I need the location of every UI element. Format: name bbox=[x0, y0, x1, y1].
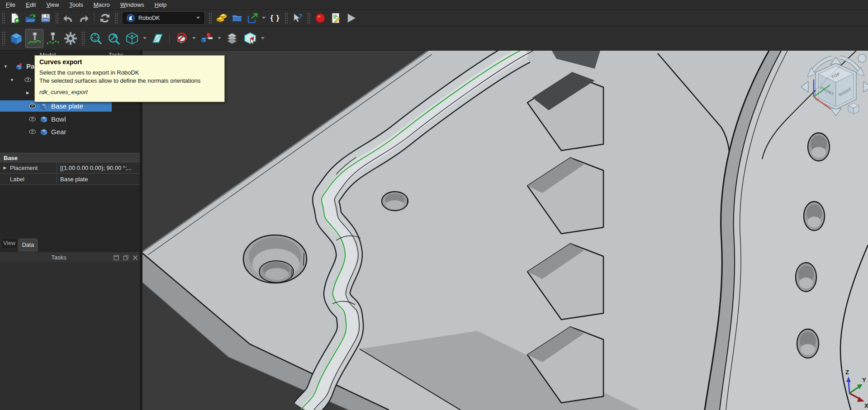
appearance-dropdown-icon[interactable] bbox=[218, 37, 221, 39]
green-dots-icon bbox=[47, 40, 59, 44]
small-hole[interactable] bbox=[382, 192, 408, 211]
float-icon[interactable] bbox=[123, 255, 128, 260]
property-row-placement[interactable]: ▶ Placement [(1.00 0.00 0.00); 90.00 °;.… bbox=[0, 162, 140, 174]
property-name: Placement bbox=[10, 162, 57, 173]
3d-scene[interactable]: TOP FRONT RIGHT Z Y X bbox=[142, 51, 868, 410]
redo-button[interactable] bbox=[76, 11, 91, 25]
red-sphere-icon bbox=[206, 33, 210, 37]
view-cube-button[interactable] bbox=[123, 29, 141, 48]
zoom-selection-button[interactable] bbox=[105, 29, 123, 48]
robodk-logo-icon bbox=[127, 14, 135, 22]
eye-icon[interactable] bbox=[29, 104, 36, 108]
property-group-header[interactable]: Base bbox=[0, 153, 140, 162]
x-axis-label: X bbox=[864, 402, 868, 409]
toolbar-grip[interactable] bbox=[55, 13, 58, 24]
nav-mini-cube[interactable] bbox=[848, 103, 859, 114]
green-curve-icon bbox=[28, 40, 41, 43]
property-value[interactable]: [(1.00 0.00 0.00); 90.00 °;... bbox=[57, 162, 140, 173]
3d-viewport[interactable]: TOP FRONT RIGHT Z Y X bbox=[142, 51, 868, 410]
combo-view-panel: Model Tasks ▼ Pa ▼ ▶ Base plate Bowl Gea… bbox=[0, 51, 142, 410]
toolbar-grip[interactable] bbox=[81, 31, 85, 46]
tasks-titlebar: Tasks bbox=[0, 251, 140, 263]
toolbar-grip[interactable] bbox=[2, 31, 5, 46]
new-document-button[interactable] bbox=[7, 11, 23, 25]
zoom-fit-button[interactable] bbox=[87, 29, 105, 48]
draw-style-dropdown-icon[interactable] bbox=[192, 37, 196, 39]
tree-item-bowl[interactable]: Bowl bbox=[0, 113, 140, 125]
part-cube-icon bbox=[40, 116, 47, 123]
panel-tab-data[interactable]: Data bbox=[19, 239, 38, 251]
toolbar-grip[interactable] bbox=[209, 13, 212, 24]
eye-icon[interactable] bbox=[24, 77, 31, 82]
open-document-button[interactable] bbox=[23, 11, 38, 25]
appearance-node-button[interactable] bbox=[198, 29, 216, 48]
undo-button[interactable] bbox=[61, 11, 76, 25]
toolbar-grip[interactable] bbox=[307, 13, 310, 24]
curves-export-button[interactable] bbox=[25, 29, 43, 48]
expander-icon[interactable]: ▶ bbox=[26, 90, 33, 95]
z-axis-label: Z bbox=[845, 369, 849, 376]
layers-button[interactable] bbox=[223, 29, 241, 48]
robodk-blocks-button[interactable] bbox=[214, 11, 229, 25]
expander-icon[interactable]: ▼ bbox=[10, 78, 16, 82]
selection-cube-button[interactable] bbox=[241, 29, 259, 48]
code-braces-button[interactable]: { } bbox=[267, 11, 283, 25]
blue-cube-button[interactable] bbox=[7, 29, 25, 48]
blue-cube-icon bbox=[201, 38, 206, 42]
open-folder-button[interactable] bbox=[229, 11, 245, 25]
counterbore-hole[interactable] bbox=[243, 235, 307, 283]
menu-file[interactable]: File bbox=[2, 0, 19, 9]
selection-dropdown-icon[interactable] bbox=[261, 37, 265, 39]
sketch-plane-button[interactable] bbox=[148, 29, 166, 48]
tooltip-title: Curves export bbox=[39, 58, 220, 66]
tree-item-label: Base plate bbox=[51, 102, 83, 110]
curves-export-tooltip: Curves export Select the curves to expor… bbox=[34, 55, 225, 102]
refresh-button[interactable] bbox=[97, 11, 113, 25]
part-cube-icon bbox=[40, 103, 47, 110]
expander-icon[interactable]: ▶ bbox=[0, 162, 10, 173]
toolbar-grip[interactable] bbox=[2, 13, 5, 24]
document-icon bbox=[15, 63, 23, 70]
run-macro-button[interactable] bbox=[343, 11, 359, 25]
tooltip-command: rdk_curves_export bbox=[39, 89, 220, 95]
property-value[interactable]: Base plate bbox=[57, 174, 140, 184]
eye-icon[interactable] bbox=[29, 129, 36, 134]
settings-gear-button[interactable] bbox=[62, 29, 80, 48]
menu-bar: File Edit View Tools Macro Windows Help bbox=[0, 0, 868, 10]
braces-glyph: { } bbox=[270, 14, 280, 23]
menu-windows[interactable]: Windows bbox=[116, 0, 148, 9]
dock-icon[interactable] bbox=[114, 255, 119, 260]
eye-icon[interactable] bbox=[29, 117, 36, 122]
expander-icon[interactable]: ▼ bbox=[4, 64, 10, 69]
workbench-selector[interactable]: RoboDK bbox=[123, 12, 204, 24]
menu-tools[interactable]: Tools bbox=[65, 0, 87, 9]
tasks-title: Tasks bbox=[14, 252, 104, 264]
y-axis-label: Y bbox=[862, 377, 866, 383]
export-button[interactable] bbox=[245, 11, 260, 25]
toolbar-grip[interactable] bbox=[285, 13, 288, 24]
save-button[interactable] bbox=[38, 11, 53, 25]
toolbar-file: RoboDK { } ? bbox=[0, 10, 868, 26]
menu-edit[interactable]: Edit bbox=[22, 0, 40, 9]
property-row-label[interactable]: Label Base plate bbox=[0, 174, 140, 185]
view-cube-dropdown-icon[interactable] bbox=[143, 37, 147, 39]
tooltip-description-2: The selected surfaces allow to define th… bbox=[39, 77, 220, 84]
tree-item-gear[interactable]: Gear bbox=[0, 126, 140, 137]
whats-this-button[interactable]: ? bbox=[290, 11, 305, 25]
draw-style-button[interactable] bbox=[172, 29, 190, 48]
toolbar-robodk-view bbox=[0, 26, 868, 51]
property-editor: Base ▶ Placement [(1.00 0.00 0.00); 90.0… bbox=[0, 153, 140, 185]
property-name: Label bbox=[10, 174, 57, 184]
menu-view[interactable]: View bbox=[42, 0, 63, 9]
points-export-button[interactable] bbox=[43, 29, 62, 48]
close-icon[interactable] bbox=[133, 255, 138, 260]
record-macro-button[interactable] bbox=[313, 11, 328, 25]
chevron-down-icon bbox=[196, 17, 200, 19]
export-dropdown-icon[interactable] bbox=[262, 17, 266, 19]
menu-macro[interactable]: Macro bbox=[90, 0, 114, 9]
panel-tab-view[interactable]: View bbox=[1, 238, 18, 249]
edit-script-button[interactable] bbox=[328, 11, 343, 25]
menu-help[interactable]: Help bbox=[151, 0, 171, 9]
toolbar-grip[interactable] bbox=[114, 13, 118, 24]
question-glyph: ? bbox=[299, 13, 303, 20]
